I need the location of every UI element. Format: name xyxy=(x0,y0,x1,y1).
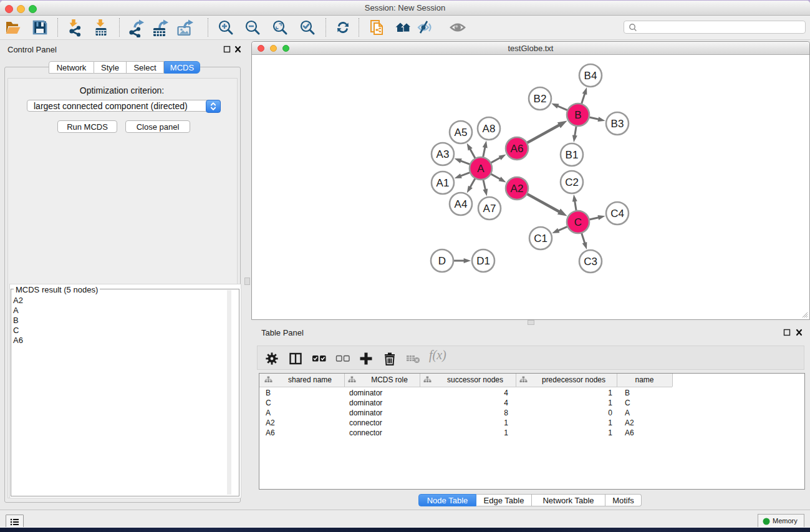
svg-text:C1: C1 xyxy=(534,233,547,244)
svg-text:A4: A4 xyxy=(455,198,468,210)
svg-text:C4: C4 xyxy=(610,208,624,220)
svg-text:C3: C3 xyxy=(584,256,597,268)
svg-text:A5: A5 xyxy=(455,127,468,138)
svg-text:A1: A1 xyxy=(436,177,450,189)
svg-text:B1: B1 xyxy=(566,149,579,161)
svg-text:A2: A2 xyxy=(511,183,524,195)
svg-text:A: A xyxy=(477,163,485,175)
svg-text:A7: A7 xyxy=(483,203,496,215)
svg-text:B3: B3 xyxy=(611,118,624,130)
svg-text:D: D xyxy=(438,255,446,267)
svg-text:B4: B4 xyxy=(584,70,597,82)
svg-text:B: B xyxy=(574,109,581,121)
svg-text:B2: B2 xyxy=(534,93,547,105)
svg-text:C2: C2 xyxy=(565,177,579,188)
svg-text:D1: D1 xyxy=(476,255,490,267)
svg-text:A8: A8 xyxy=(483,123,496,135)
svg-text:A3: A3 xyxy=(436,148,450,160)
svg-text:A6: A6 xyxy=(511,143,524,155)
svg-text:C: C xyxy=(574,216,582,228)
